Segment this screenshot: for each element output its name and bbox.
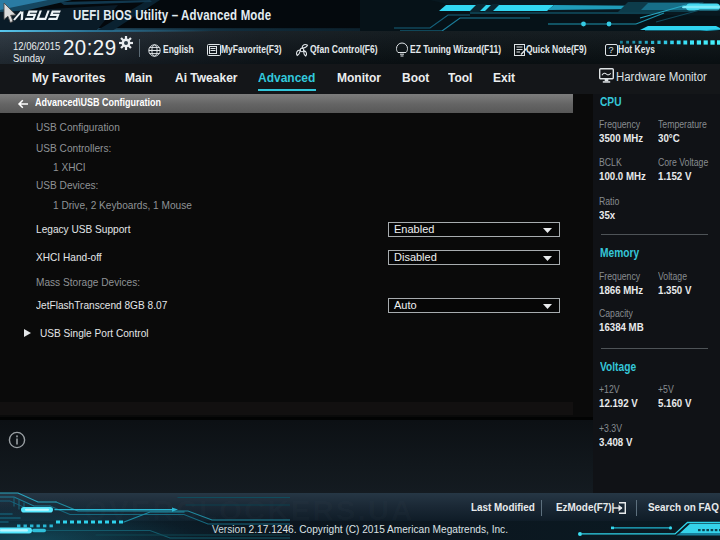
svg-text:?: ? [609,45,614,55]
